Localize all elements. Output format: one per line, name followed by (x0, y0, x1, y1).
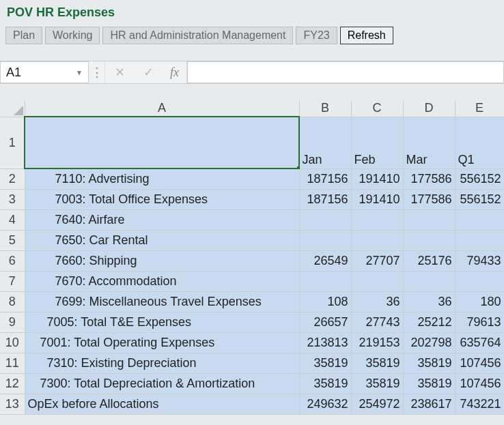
cell-B11[interactable]: 35819 (299, 353, 351, 373)
cell-B8[interactable]: 108 (299, 291, 351, 312)
col-header-A[interactable]: A (25, 100, 299, 117)
cell-B12[interactable]: 35819 (299, 373, 351, 394)
formula-bar: A1 ▼ ⋮ ✕ ✓ fx (0, 61, 504, 84)
cell-A7[interactable]: 7670: Accommodation (25, 271, 299, 291)
row-header-7[interactable]: 7 (0, 271, 25, 291)
cell-E10[interactable]: 635764 (455, 332, 504, 353)
cell-B4[interactable] (299, 209, 351, 230)
cell-C4[interactable] (351, 209, 403, 230)
cell-C10[interactable]: 219153 (351, 332, 403, 353)
pov-row: Plan Working HR and Administration Manag… (5, 27, 499, 44)
cell-A8[interactable]: 7699: Miscellaneous Travel Expenses (25, 291, 299, 312)
row-header-4[interactable]: 4 (0, 209, 25, 230)
cell-C6[interactable]: 27707 (351, 250, 403, 271)
cell-C9[interactable]: 27743 (351, 312, 403, 332)
cell-E12[interactable]: 107456 (455, 373, 504, 394)
table-row: 37003: Total Office Expenses187156191410… (0, 189, 504, 209)
cell-A13[interactable]: OpEx before Allocations (25, 394, 299, 414)
cell-C13[interactable]: 254972 (351, 394, 403, 414)
cell-C1[interactable]: Feb (351, 117, 403, 168)
cell-A12[interactable]: 7300: Total Depreciation & Amortization (25, 373, 299, 394)
pov-chip-working[interactable]: Working (45, 27, 100, 44)
cell-E1[interactable]: Q1 (455, 117, 504, 168)
cell-E5[interactable] (455, 230, 504, 250)
cell-D4[interactable] (403, 209, 455, 230)
row-header-9[interactable]: 9 (0, 312, 25, 332)
cell-D13[interactable]: 238617 (403, 394, 455, 414)
cell-E3[interactable]: 556152 (455, 189, 504, 209)
cell-B9[interactable]: 26657 (299, 312, 351, 332)
cell-E2[interactable]: 556152 (455, 168, 504, 189)
cell-E4[interactable] (455, 209, 504, 230)
row-header-11[interactable]: 11 (0, 353, 25, 373)
cell-B2[interactable]: 187156 (299, 168, 351, 189)
cell-A9[interactable]: 7005: Total T&E Expenses (25, 312, 299, 332)
cell-D10[interactable]: 202798 (403, 332, 455, 353)
cell-E9[interactable]: 79613 (455, 312, 504, 332)
cell-A6[interactable]: 7660: Shipping (25, 250, 299, 271)
cell-C11[interactable]: 35819 (351, 353, 403, 373)
name-box[interactable]: A1 ▼ (0, 61, 89, 83)
cell-A10[interactable]: 7001: Total Operating Expenses (25, 332, 299, 353)
col-header-D[interactable]: D (403, 100, 455, 117)
cell-B3[interactable]: 187156 (299, 189, 351, 209)
cell-C2[interactable]: 191410 (351, 168, 403, 189)
cell-A3[interactable]: 7003: Total Office Expenses (25, 189, 299, 209)
cell-D7[interactable] (403, 271, 455, 291)
table-row: 67660: Shipping26549277072517679433 (0, 250, 504, 271)
row-header-12[interactable]: 12 (0, 373, 25, 394)
pov-chip-plan[interactable]: Plan (5, 27, 42, 44)
row-header-6[interactable]: 6 (0, 250, 25, 271)
cell-D12[interactable]: 35819 (403, 373, 455, 394)
cell-C5[interactable] (351, 230, 403, 250)
cell-E7[interactable] (455, 271, 504, 291)
cell-A1[interactable] (25, 117, 299, 168)
cell-C8[interactable]: 36 (351, 291, 403, 312)
cell-A11[interactable]: 7310: Existing Depreciation (25, 353, 299, 373)
cell-B5[interactable] (299, 230, 351, 250)
cell-B1[interactable]: Jan (299, 117, 351, 168)
row-header-13[interactable]: 13 (0, 394, 25, 414)
cell-D9[interactable]: 25212 (403, 312, 455, 332)
enter-icon[interactable]: ✓ (134, 61, 163, 83)
col-header-C[interactable]: C (351, 100, 403, 117)
select-all-corner[interactable] (0, 100, 25, 117)
cell-E6[interactable]: 79433 (455, 250, 504, 271)
cell-D2[interactable]: 177586 (403, 168, 455, 189)
col-header-E[interactable]: E (455, 100, 504, 117)
cancel-icon[interactable]: ✕ (105, 61, 134, 83)
row-header-2[interactable]: 2 (0, 168, 25, 189)
cell-D8[interactable]: 36 (403, 291, 455, 312)
pov-chip-year[interactable]: FY23 (296, 27, 337, 44)
cell-D5[interactable] (403, 230, 455, 250)
cell-B13[interactable]: 249632 (299, 394, 351, 414)
cell-C3[interactable]: 191410 (351, 189, 403, 209)
row-header-10[interactable]: 10 (0, 332, 25, 353)
table-row: 27110: Advertising1871561914101775865561… (0, 168, 504, 189)
cell-A4[interactable]: 7640: Airfare (25, 209, 299, 230)
col-header-B[interactable]: B (299, 100, 351, 117)
cell-C12[interactable]: 35819 (351, 373, 403, 394)
cell-E13[interactable]: 743221 (455, 394, 504, 414)
row-header-5[interactable]: 5 (0, 230, 25, 250)
formula-input[interactable] (187, 61, 504, 83)
cell-D6[interactable]: 25176 (403, 250, 455, 271)
row-header-1[interactable]: 1 (0, 117, 25, 168)
pov-chip-dept[interactable]: HR and Administration Management (102, 27, 293, 44)
cell-D3[interactable]: 177586 (403, 189, 455, 209)
fx-icon[interactable]: fx (163, 61, 187, 83)
cell-B6[interactable]: 26549 (299, 250, 351, 271)
refresh-button[interactable]: Refresh (340, 27, 393, 44)
row-header-3[interactable]: 3 (0, 189, 25, 209)
cell-E8[interactable]: 180 (455, 291, 504, 312)
cell-D11[interactable]: 35819 (403, 353, 455, 373)
cell-B10[interactable]: 213813 (299, 332, 351, 353)
cell-D1[interactable]: Mar (403, 117, 455, 168)
cell-C7[interactable] (351, 271, 403, 291)
formula-bar-separator: ⋮ (89, 61, 105, 83)
cell-B7[interactable] (299, 271, 351, 291)
cell-E11[interactable]: 107456 (455, 353, 504, 373)
row-header-8[interactable]: 8 (0, 291, 25, 312)
cell-A5[interactable]: 7650: Car Rental (25, 230, 299, 250)
cell-A2[interactable]: 7110: Advertising (25, 168, 299, 189)
